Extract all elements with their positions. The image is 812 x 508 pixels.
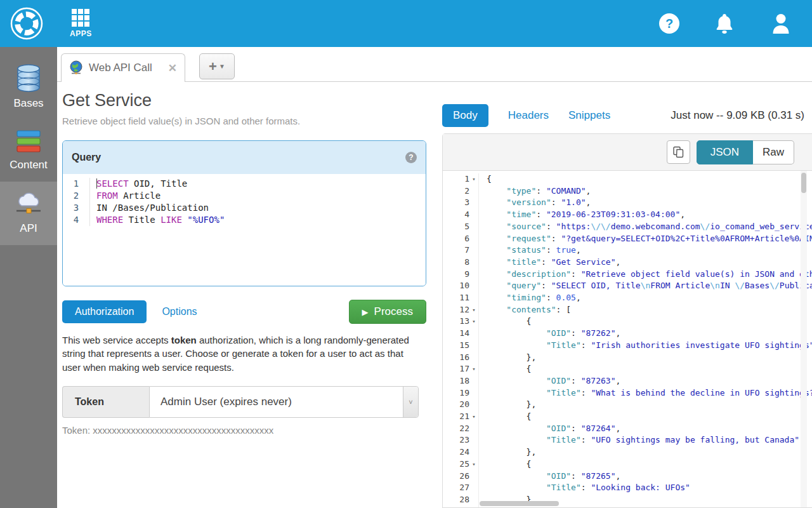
authorization-tab-button[interactable]: Authorization xyxy=(62,300,147,323)
query-code-editor[interactable]: 1SELECT OID, Title2FROM Article3IN /Base… xyxy=(63,174,426,286)
page-title: Get Service xyxy=(62,91,426,110)
line-number: 9 xyxy=(443,269,469,281)
query-panel: Query ? 1SELECT OID, Title2FROM Article3… xyxy=(62,140,426,286)
code-line: 14 "OID": "87262", xyxy=(443,328,812,340)
line-number: 2 xyxy=(63,190,89,202)
token-field-label: Token xyxy=(62,386,149,418)
code-text: { xyxy=(478,458,531,471)
collapse-caret-icon[interactable]: ▾ xyxy=(469,316,478,328)
code-text: "status": true, xyxy=(478,244,581,257)
code-text: IN /Bases/Publication xyxy=(89,202,209,214)
line-number: 23 xyxy=(443,434,469,446)
code-line: 3 "version": "1.0", xyxy=(443,197,812,209)
line-number: 21 xyxy=(443,411,469,423)
comand-logo-icon[interactable] xyxy=(10,7,43,40)
caret-spacer xyxy=(469,280,478,292)
query-panel-title: Query xyxy=(72,152,405,163)
code-text: "Title": "Looking back: UFOs" xyxy=(478,482,690,494)
line-number: 11 xyxy=(443,292,469,304)
code-line: 2FROM Article xyxy=(63,190,426,202)
caret-spacer xyxy=(469,197,478,209)
line-number: 10 xyxy=(443,280,469,292)
format-raw-button[interactable]: Raw xyxy=(753,140,794,164)
tab-headers[interactable]: Headers xyxy=(508,109,549,122)
new-tab-dropdown-button[interactable]: + ▼ xyxy=(199,53,235,79)
code-text: "OID": "87265", xyxy=(478,471,620,483)
format-json-button[interactable]: JSON xyxy=(697,140,753,164)
caret-spacer xyxy=(469,482,478,494)
vertical-scrollbar-thumb[interactable] xyxy=(801,173,806,193)
collapse-caret-icon[interactable]: ▾ xyxy=(469,506,478,507)
tab-bar: Web API Call ✕ + ▼ xyxy=(57,47,812,82)
vertical-scrollbar-track[interactable] xyxy=(801,171,807,507)
sidebar-item-label: Bases xyxy=(13,97,43,110)
tab-web-api-call[interactable]: Web API Call ✕ xyxy=(61,53,185,82)
code-line: 27 "Title": "Looking back: UFOs" xyxy=(443,482,812,494)
topbar: APPS ? xyxy=(0,0,812,47)
sidebar-item-bases[interactable]: Bases xyxy=(0,55,57,118)
code-text: "contents": [ xyxy=(478,304,571,316)
line-number: 1 xyxy=(63,178,89,190)
query-help-icon[interactable]: ? xyxy=(405,152,417,163)
notifications-bell-icon[interactable] xyxy=(713,12,736,35)
copy-button[interactable] xyxy=(667,140,690,164)
caret-spacer xyxy=(469,209,478,221)
token-field-row: Token Admin User (expires never) ˅ xyxy=(62,386,419,418)
code-text: "OID": "87262", xyxy=(478,328,620,340)
line-number: 19 xyxy=(443,387,469,399)
code-line: 2 "type": "COMAND", xyxy=(443,185,812,197)
code-line: 15 "Title": "Irish authorities investiga… xyxy=(443,340,812,352)
line-number: 8 xyxy=(443,257,469,269)
response-tabs: Body Headers Snippets Just now -- 9.09 K… xyxy=(442,104,812,127)
code-line: 25▾ { xyxy=(443,458,812,471)
line-number: 4 xyxy=(63,214,89,226)
apps-menu-button[interactable]: APPS xyxy=(70,9,92,38)
database-icon xyxy=(15,63,43,93)
collapse-caret-icon[interactable]: ▾ xyxy=(469,411,478,423)
horizontal-scrollbar-thumb[interactable] xyxy=(480,501,559,506)
code-line: 4 "time": "2019-06-23T09:31:03-04:00", xyxy=(443,209,812,221)
options-tab-link[interactable]: Options xyxy=(162,306,197,318)
collapse-caret-icon[interactable]: ▾ xyxy=(469,458,478,471)
json-response-viewer[interactable]: 1▾{2 "type": "COMAND",3 "version": "1.0"… xyxy=(443,171,812,507)
play-icon: ▶ xyxy=(362,307,369,317)
line-number: 17 xyxy=(443,363,469,375)
code-text: "time": "2019-06-23T09:31:03-04:00", xyxy=(478,209,685,221)
code-text: "request": "?get&query=SELECT+OID%2C+Tit… xyxy=(478,233,812,245)
code-line: 4WHERE Title LIKE "%UFO%" xyxy=(63,214,426,226)
line-number: 3 xyxy=(63,202,89,214)
code-line: 18 "OID": "87263", xyxy=(443,375,812,387)
page-subtitle: Retrieve object field value(s) in JSON a… xyxy=(62,116,426,126)
sidebar-item-api[interactable]: API xyxy=(0,182,57,245)
token-masked-value: Token: xxxxxxxxxxxxxxxxxxxxxxxxxxxxxxxxx… xyxy=(62,425,426,436)
tab-body[interactable]: Body xyxy=(442,104,488,127)
tab-snippets[interactable]: Snippets xyxy=(568,109,610,122)
code-line: 5 "source": "https:\/\/demo.webcomand.co… xyxy=(443,221,812,233)
code-text: }, xyxy=(478,446,536,458)
collapse-caret-icon[interactable]: ▾ xyxy=(469,363,478,375)
caret-spacer xyxy=(469,328,478,340)
caret-spacer xyxy=(469,446,478,458)
code-line: 21▾ { xyxy=(443,411,812,423)
process-button[interactable]: ▶ Process xyxy=(349,300,426,324)
code-line: 24 }, xyxy=(443,446,812,458)
code-text: }, xyxy=(478,352,536,364)
api-cloud-icon xyxy=(14,192,43,218)
code-line: 9 "description": "Retrieve object field … xyxy=(443,269,812,281)
code-text: { xyxy=(478,363,531,375)
user-profile-icon[interactable] xyxy=(769,11,793,36)
line-number: 5 xyxy=(443,221,469,233)
code-text: "Title": "UFO sightings may be falling, … xyxy=(478,434,799,446)
collapse-caret-icon[interactable]: ▾ xyxy=(469,173,478,185)
tab-close-icon[interactable]: ✕ xyxy=(168,62,177,75)
caret-spacer xyxy=(469,269,478,281)
caret-spacer xyxy=(469,387,478,399)
code-line: 26 "OID": "87265", xyxy=(443,471,812,483)
line-number: 22 xyxy=(443,423,469,435)
token-select[interactable]: Admin User (expires never) ˅ xyxy=(149,386,419,418)
code-line: 8 "title": "Get Service", xyxy=(443,257,812,269)
sidebar-item-content[interactable]: Content xyxy=(0,118,57,182)
json-code-lines: 1▾{2 "type": "COMAND",3 "version": "1.0"… xyxy=(443,173,812,507)
help-icon[interactable]: ? xyxy=(658,13,680,34)
collapse-caret-icon[interactable]: ▾ xyxy=(469,304,478,316)
